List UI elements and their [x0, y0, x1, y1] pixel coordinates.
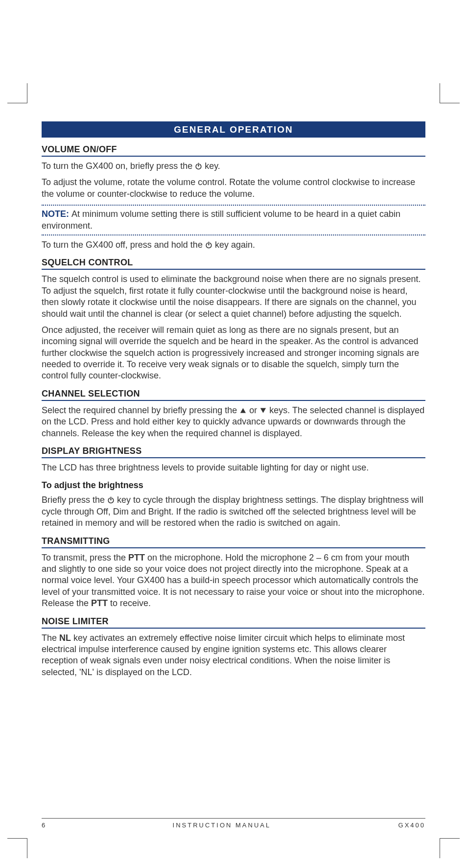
- note-text: NOTE: At minimum volume setting there is…: [42, 209, 425, 232]
- triangle-down-icon: [259, 407, 267, 414]
- body-text: To adjust the volume, rotate the volume …: [42, 177, 425, 200]
- body-text: Briefly press the key to cycle through t…: [42, 494, 425, 529]
- body-text: The NL key activates an extremely effect…: [42, 633, 425, 679]
- body-text: To turn the GX400 on, briefly press the …: [42, 161, 425, 172]
- body-text: To transmit, press the PTT on the microp…: [42, 552, 425, 610]
- heading-noise-limiter: NOISE LIMITER: [42, 616, 425, 629]
- text-run: Briefly press the: [42, 495, 107, 505]
- text-run: to receive.: [108, 598, 151, 608]
- page-footer: 6 INSTRUCTION MANUAL GX400: [42, 818, 425, 829]
- text-run: key activates an extremely effective noi…: [42, 633, 405, 677]
- body-text: Once adjusted, the receiver will remain …: [42, 325, 425, 382]
- text-run: To turn the GX400 off, press and hold th…: [42, 240, 205, 250]
- text-run: Select the required channel by briefly p…: [42, 405, 239, 415]
- heading-transmitting: TRANSMITTING: [42, 536, 425, 548]
- note-callout: NOTE: At minimum volume setting there is…: [42, 205, 425, 235]
- crop-mark: [7, 838, 27, 858]
- power-icon: [107, 496, 115, 504]
- manual-page: GENERAL OPERATION VOLUME ON/OFF To turn …: [0, 0, 467, 868]
- footer-right: GX400: [398, 821, 425, 829]
- section-banner: GENERAL OPERATION: [42, 121, 425, 138]
- crop-mark: [7, 83, 27, 103]
- text-run: key.: [205, 161, 220, 171]
- text-run: key again.: [215, 240, 255, 250]
- text-run: or: [249, 405, 259, 415]
- body-text: To turn the GX400 off, press and hold th…: [42, 239, 425, 251]
- power-icon: [205, 241, 212, 249]
- power-icon: [195, 163, 202, 170]
- heading-brightness: DISPLAY BRIGHTNESS: [42, 446, 425, 458]
- footer-page-number: 6: [42, 821, 45, 829]
- heading-channel: CHANNEL SELECTION: [42, 389, 425, 401]
- text-run: The: [42, 633, 59, 643]
- body-text: The squelch control is used to eliminate…: [42, 274, 425, 320]
- triangle-up-icon: [239, 407, 247, 414]
- text-run: To turn the GX400 on, briefly press the: [42, 161, 195, 171]
- bold-nl: NL: [59, 633, 71, 643]
- bold-ptt: PTT: [91, 598, 108, 608]
- heading-squelch: SQUELCH CONTROL: [42, 258, 425, 270]
- crop-mark: [440, 838, 460, 858]
- heading-volume: VOLUME ON/OFF: [42, 144, 425, 157]
- footer-center: INSTRUCTION MANUAL: [173, 821, 271, 829]
- subheading-brightness: To adjust the brightness: [42, 480, 425, 491]
- note-label: NOTE:: [42, 209, 71, 219]
- text-run: At minimum volume setting there is still…: [42, 209, 400, 230]
- text-run: To transmit, press the: [42, 553, 128, 563]
- body-text: Select the required channel by briefly p…: [42, 405, 425, 439]
- body-text: The LCD has three brightness levels to p…: [42, 462, 425, 473]
- crop-mark: [440, 83, 460, 103]
- bold-ptt: PTT: [128, 553, 145, 563]
